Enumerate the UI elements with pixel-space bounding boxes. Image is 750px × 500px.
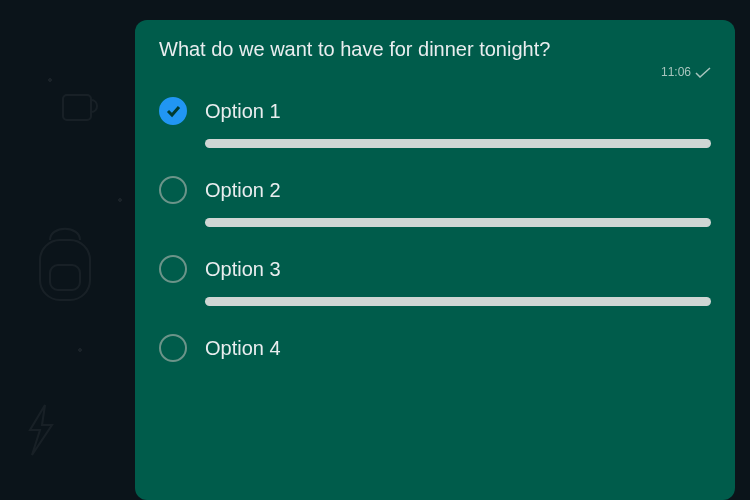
message-timestamp: 11:06 [661,65,691,79]
radio-unselected-icon[interactable] [159,255,187,283]
message-meta: 11:06 [159,65,711,79]
poll-option[interactable]: Option 3 [159,255,711,306]
doodle-cup [55,80,105,130]
sent-check-icon [695,67,711,78]
poll-message-bubble: What do we want to have for dinner tonig… [135,20,735,500]
poll-option[interactable]: Option 1 [159,97,711,148]
option-label: Option 4 [205,337,281,360]
radio-selected-icon[interactable] [159,97,187,125]
poll-options-list: Option 1 Option 2 Option 3 Option 4 [159,97,711,362]
radio-unselected-icon[interactable] [159,334,187,362]
vote-progress-bar [205,139,711,148]
svg-rect-1 [50,265,80,290]
option-label: Option 2 [205,179,281,202]
svg-rect-2 [63,95,91,120]
vote-progress-bar [205,297,711,306]
doodle-lightning [20,400,60,460]
option-label: Option 1 [205,100,281,123]
poll-question: What do we want to have for dinner tonig… [159,38,711,61]
poll-option[interactable]: Option 4 [159,334,711,362]
vote-progress-bar [205,218,711,227]
radio-unselected-icon[interactable] [159,176,187,204]
poll-option[interactable]: Option 2 [159,176,711,227]
option-label: Option 3 [205,258,281,281]
doodle-backpack [30,220,100,310]
